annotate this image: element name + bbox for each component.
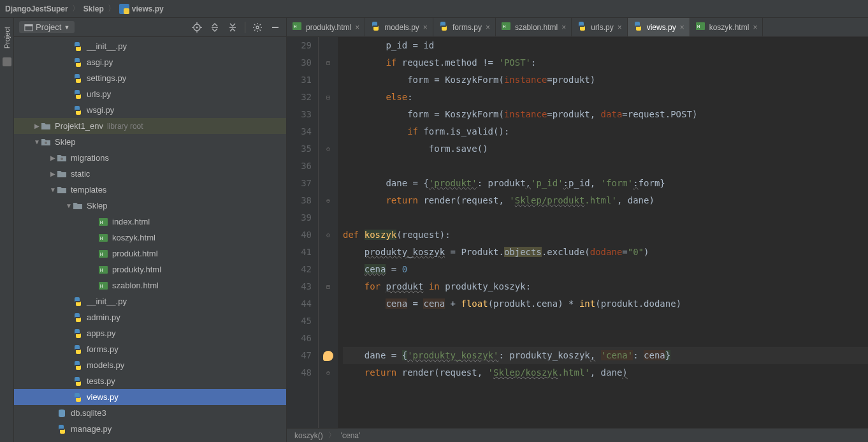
tree-item[interactable]: __init__.py [14,38,286,54]
tree-item[interactable]: models.py [14,357,286,373]
tree-item-label: szablon.html [112,281,159,290]
editor-tab[interactable]: views.py× [628,18,690,36]
tree-item[interactable]: Hprodukty.html [14,262,286,277]
project-tool-tab[interactable]: Project [3,23,11,52]
project-tree[interactable]: __init__.pyasgi.pysettings.pyurls.pywsgi… [14,37,286,442]
py-file-icon [577,21,587,33]
close-icon[interactable]: × [680,23,684,32]
tree-item-label: admin.py [87,313,120,322]
editor-tabs: Hprodukty.html×models.py×forms.py×Hszabl… [287,18,868,37]
close-icon[interactable]: × [355,23,359,32]
locate-icon[interactable] [191,22,203,33]
editor-tab[interactable]: Hprodukty.html× [287,18,365,36]
tree-item[interactable]: admin.py [14,309,286,325]
py-icon [73,57,83,68]
close-icon[interactable]: × [618,23,622,32]
editor-tab[interactable]: Hkoszyk.html× [690,18,763,36]
tree-item-label: Sklep [55,137,76,147]
tree-item[interactable]: ▼templates [14,182,286,198]
expand-all-icon[interactable] [209,22,221,33]
py-icon [73,105,83,115]
tree-item[interactable]: settings.py [14,70,286,86]
tree-item[interactable]: Hprodukt.html [14,246,286,262]
tree-item[interactable]: Hszablon.html [14,277,286,293]
html-file-icon: H [695,21,705,33]
project-selector[interactable]: Project ▼ [19,21,75,33]
close-icon[interactable]: × [561,23,566,32]
tree-item[interactable]: forms.py [14,341,286,357]
structure-tool-icon[interactable] [3,57,11,66]
tree-item[interactable]: ▶static [14,166,286,182]
code-body[interactable]: p_id = id if request.method != 'POST': f… [338,37,868,428]
folder-icon [73,201,83,211]
py-icon [73,313,83,323]
collapse-all-icon[interactable] [227,22,238,33]
divider [245,22,245,33]
tree-item[interactable]: asgi.py [14,54,286,70]
svg-text:H: H [100,236,103,241]
code-editor[interactable]: 2930313233343536373839404142434445464748… [287,37,868,428]
tree-item[interactable]: tests.py [14,373,286,389]
tree-item-label: Sklep [87,201,108,210]
breadcrumb-cursor[interactable]: 'cena' [341,431,361,440]
tree-item-label: koszyk.html [112,233,156,242]
editor-tab[interactable]: models.py× [365,18,433,36]
tree-item-label: urls.py [87,89,111,99]
tree-item[interactable]: urls.py [14,86,286,102]
bulb-icon[interactable] [323,351,333,361]
tree-item[interactable]: ▼Sklep [14,198,286,214]
py-icon [73,297,83,307]
html-icon: H [98,265,108,275]
tree-item[interactable]: db.sqlite3 [14,405,286,421]
editor-tab[interactable]: Hszablon.html× [496,18,572,36]
editor-tab[interactable]: forms.py× [433,18,496,36]
tree-item-label: models.py [87,360,124,370]
tree-item[interactable]: ▶Projekt1_envlibrary root [14,118,286,134]
tree-item[interactable]: ▼Sklep [14,134,286,150]
db-icon [57,408,67,418]
chevron-right-icon: 〉 [72,3,80,14]
folder-icon [57,185,67,195]
tree-item[interactable]: ▶migrations [14,150,286,166]
tree-item[interactable]: Hindex.html [14,214,286,230]
close-icon[interactable]: × [753,23,757,32]
py-icon [73,73,83,84]
breadcrumb-folder[interactable]: Sklep [83,4,104,13]
project-selector-label: Project [36,22,61,32]
tree-item[interactable]: Hkoszyk.html [14,230,286,246]
svg-point-15 [61,158,63,160]
breadcrumb: DjangoJestSuper 〉 Sklep 〉 views.py [0,0,868,18]
chevron-right-icon: 〉 [108,3,115,14]
tree-item[interactable]: views.py [14,389,286,405]
tree-item[interactable]: manage.py [14,421,286,437]
tree-item-label: __init__.py [87,41,127,51]
breadcrumb-file[interactable]: views.py [119,4,164,14]
tree-item-label: wsgi.py [87,105,114,115]
svg-text:H: H [294,24,296,29]
py-icon [73,392,83,402]
close-icon[interactable]: × [486,23,490,32]
chevron-icon: ▶ [49,170,57,177]
tree-item[interactable]: __init__.py [14,293,286,309]
hide-icon[interactable] [270,22,281,33]
breadcrumb-fn[interactable]: koszyk() [294,431,323,440]
gear-icon[interactable] [252,22,263,33]
chevron-icon: ▼ [49,186,57,193]
chevron-right-icon: 〉 [328,430,336,441]
breadcrumb-project[interactable]: DjangoJestSuper [5,4,68,13]
py-file-icon [370,21,380,33]
tree-item-label: __init__.py [87,297,127,306]
svg-rect-3 [25,24,33,26]
editor-tab[interactable]: urls.py× [572,18,627,36]
html-icon: H [98,233,108,243]
tree-item[interactable]: apps.py [14,325,286,341]
project-panel-header: Project ▼ [14,18,286,37]
chevron-icon: ▼ [33,138,41,145]
tree-item[interactable]: wsgi.py [14,102,286,118]
tree-item-label: manage.py [71,424,112,434]
close-icon[interactable]: × [423,23,428,32]
py-file-icon [438,21,449,33]
py-icon [73,89,83,99]
py-icon [73,376,83,387]
html-file-icon: H [501,21,511,33]
